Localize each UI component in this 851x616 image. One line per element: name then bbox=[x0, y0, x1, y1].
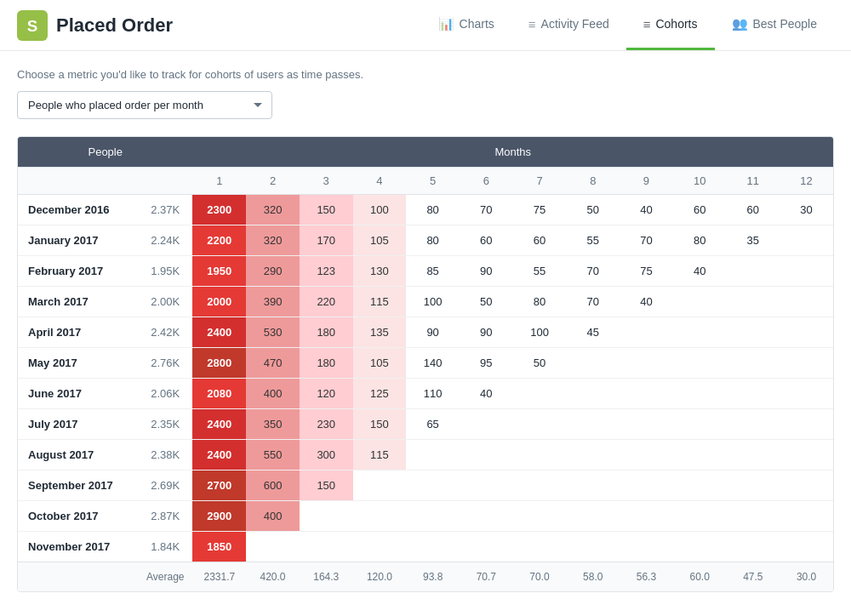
month-col-3: 3 bbox=[300, 168, 353, 195]
average-value: 58.0 bbox=[566, 562, 620, 592]
month-col-7: 7 bbox=[513, 168, 567, 195]
data-cell: 70 bbox=[460, 195, 513, 225]
month-col-11: 11 bbox=[727, 168, 780, 195]
data-cell: 45 bbox=[566, 317, 620, 348]
data-cell: 90 bbox=[406, 317, 460, 348]
data-cell: 180 bbox=[300, 317, 353, 348]
average-value: 56.3 bbox=[620, 562, 673, 592]
activity-icon: ≡ bbox=[528, 17, 536, 31]
row-label: August 2017 bbox=[18, 440, 138, 471]
data-cell: 125 bbox=[353, 379, 407, 409]
row-people-count: 2.87K bbox=[138, 501, 192, 532]
data-cell bbox=[353, 471, 407, 501]
data-cell: 30 bbox=[780, 195, 833, 225]
data-cell: 1950 bbox=[192, 256, 246, 287]
data-cell: 2800 bbox=[192, 348, 246, 379]
month-col-1: 1 bbox=[192, 168, 246, 195]
data-cell bbox=[780, 287, 833, 317]
data-cell: 115 bbox=[353, 440, 407, 471]
data-cell: 95 bbox=[460, 348, 513, 379]
data-cell bbox=[566, 532, 620, 562]
data-cell bbox=[246, 532, 300, 562]
row-label: February 2017 bbox=[18, 256, 138, 287]
data-cell bbox=[727, 379, 780, 409]
row-label: March 2017 bbox=[18, 287, 138, 317]
data-cell: 170 bbox=[300, 225, 353, 256]
table-row: August 20172.38K2400550300115 bbox=[18, 440, 833, 471]
data-cell: 70 bbox=[566, 287, 620, 317]
data-cell: 80 bbox=[673, 225, 727, 256]
tab-charts[interactable]: 📊 Charts bbox=[421, 0, 511, 50]
row-people-count: 1.95K bbox=[138, 256, 192, 287]
data-cell bbox=[620, 317, 673, 348]
dropdown-wrapper: People who placed order per month Revenu… bbox=[17, 91, 834, 119]
data-cell bbox=[620, 409, 673, 440]
data-cell: 110 bbox=[406, 379, 460, 409]
data-cell bbox=[620, 532, 673, 562]
data-cell: 320 bbox=[246, 225, 300, 256]
data-cell: 40 bbox=[673, 256, 727, 287]
data-cell bbox=[460, 532, 513, 562]
data-cell bbox=[780, 471, 833, 501]
data-cell bbox=[513, 409, 567, 440]
people-header: People bbox=[18, 137, 192, 168]
data-cell bbox=[727, 471, 780, 501]
page-title: Placed Order bbox=[56, 14, 173, 37]
month-col-5: 5 bbox=[406, 168, 460, 195]
cohorts-icon: ≡ bbox=[643, 17, 651, 31]
table-row: June 20172.06K208040012012511040 bbox=[18, 379, 833, 409]
data-cell: 90 bbox=[460, 256, 513, 287]
data-cell: 400 bbox=[246, 379, 300, 409]
data-cell: 70 bbox=[566, 256, 620, 287]
table-row: July 20172.35K240035023015065 bbox=[18, 409, 833, 440]
data-cell bbox=[566, 471, 620, 501]
data-cell: 50 bbox=[460, 287, 513, 317]
data-cell: 2080 bbox=[192, 379, 246, 409]
data-cell bbox=[300, 501, 353, 532]
data-cell bbox=[780, 409, 833, 440]
data-cell: 100 bbox=[353, 195, 407, 225]
data-cell bbox=[673, 501, 727, 532]
data-cell bbox=[513, 379, 567, 409]
row-label: November 2017 bbox=[18, 532, 138, 562]
data-cell bbox=[566, 409, 620, 440]
data-cell: 2200 bbox=[192, 225, 246, 256]
data-cell bbox=[673, 348, 727, 379]
data-cell: 60 bbox=[673, 195, 727, 225]
row-label: June 2017 bbox=[18, 379, 138, 409]
data-cell bbox=[620, 501, 673, 532]
month-col-12: 12 bbox=[780, 168, 833, 195]
row-people-count: 2.69K bbox=[138, 471, 192, 501]
tab-best-people[interactable]: 👥 Best People bbox=[715, 0, 835, 50]
row-people-count: 2.37K bbox=[138, 195, 192, 225]
data-cell: 80 bbox=[406, 225, 460, 256]
data-cell bbox=[566, 501, 620, 532]
average-value: 47.5 bbox=[727, 562, 780, 592]
data-cell: 55 bbox=[513, 256, 567, 287]
shopify-logo: S bbox=[17, 10, 48, 41]
cohorts-table-container: People Months 1 2 3 4 5 6 7 8 bbox=[17, 136, 834, 592]
data-cell: 140 bbox=[406, 348, 460, 379]
data-cell: 123 bbox=[300, 256, 353, 287]
data-cell: 390 bbox=[246, 287, 300, 317]
data-cell: 2000 bbox=[192, 287, 246, 317]
data-cell: 80 bbox=[406, 195, 460, 225]
tab-cohorts[interactable]: ≡ Cohorts bbox=[626, 0, 715, 50]
data-cell bbox=[566, 379, 620, 409]
data-cell: 75 bbox=[620, 256, 673, 287]
average-value: 420.0 bbox=[246, 562, 300, 592]
data-cell bbox=[300, 532, 353, 562]
row-people-count: 2.42K bbox=[138, 317, 192, 348]
data-cell: 400 bbox=[246, 501, 300, 532]
row-people-count: 2.24K bbox=[138, 225, 192, 256]
data-cell: 600 bbox=[246, 471, 300, 501]
data-cell bbox=[513, 501, 567, 532]
data-cell: 230 bbox=[300, 409, 353, 440]
data-cell bbox=[406, 532, 460, 562]
row-label: September 2017 bbox=[18, 471, 138, 501]
metric-dropdown[interactable]: People who placed order per month Revenu… bbox=[17, 91, 272, 119]
data-cell: 350 bbox=[246, 409, 300, 440]
table-row: October 20172.87K2900400 bbox=[18, 501, 833, 532]
row-people-count: 2.00K bbox=[138, 287, 192, 317]
tab-activity-feed[interactable]: ≡ Activity Feed bbox=[511, 0, 626, 50]
